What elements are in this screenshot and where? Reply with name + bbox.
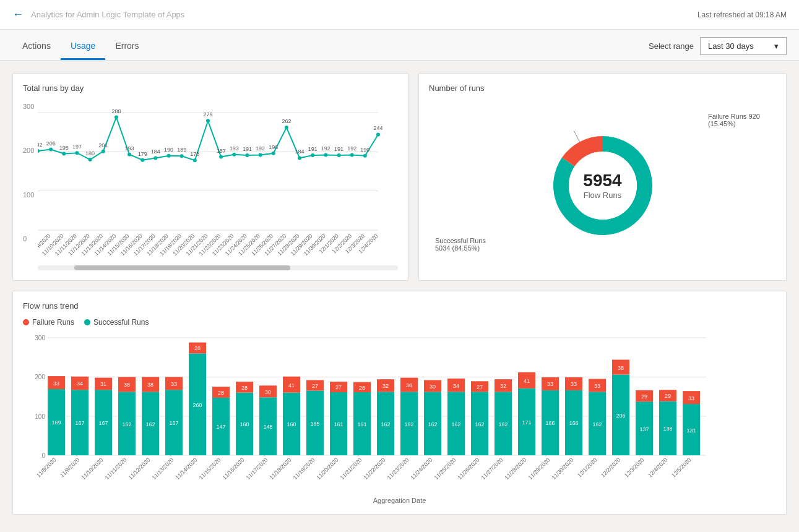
svg-text:206: 206 xyxy=(46,140,56,147)
svg-text:193: 193 xyxy=(125,145,134,152)
svg-point-30 xyxy=(206,119,210,122)
svg-text:38: 38 xyxy=(618,365,624,371)
svg-text:169: 169 xyxy=(51,419,61,426)
svg-text:179: 179 xyxy=(138,151,147,157)
donut-total-label: Flow Runs xyxy=(583,191,621,200)
svg-point-22 xyxy=(154,156,158,160)
svg-text:11/30/2020: 11/30/2020 xyxy=(550,457,574,481)
svg-text:0: 0 xyxy=(41,452,45,459)
svg-text:202: 202 xyxy=(38,142,43,148)
svg-point-32 xyxy=(220,155,223,159)
svg-text:166: 166 xyxy=(545,420,555,426)
svg-text:11/11/2020: 11/11/2020 xyxy=(103,457,127,481)
svg-text:11/18/2020: 11/18/2020 xyxy=(268,457,292,481)
svg-point-42 xyxy=(285,126,288,129)
svg-text:11/23/2020: 11/23/2020 xyxy=(386,457,410,481)
svg-text:201: 201 xyxy=(99,142,108,148)
svg-text:192: 192 xyxy=(256,145,265,152)
svg-text:162: 162 xyxy=(381,421,390,427)
svg-text:11/16/2020: 11/16/2020 xyxy=(221,457,245,481)
svg-text:26: 26 xyxy=(359,385,365,391)
svg-text:11/13/2020: 11/13/2020 xyxy=(150,457,175,481)
success-label: Successful Runs5034 (84.55%) xyxy=(435,237,486,252)
svg-text:12/1/2020: 12/1/2020 xyxy=(576,457,598,478)
y-label-200: 200 xyxy=(23,147,34,154)
svg-point-46 xyxy=(311,153,315,157)
svg-text:192: 192 xyxy=(321,145,330,152)
line-chart-scrollbar[interactable] xyxy=(38,265,398,270)
back-button[interactable]: ← xyxy=(12,8,24,21)
svg-text:34: 34 xyxy=(77,380,83,387)
failure-legend-label: Failure Runs xyxy=(32,318,74,327)
svg-point-44 xyxy=(298,156,301,160)
svg-point-4 xyxy=(38,149,40,153)
svg-point-8 xyxy=(63,152,66,156)
svg-point-12 xyxy=(89,158,92,161)
svg-text:11/15/2020: 11/15/2020 xyxy=(197,457,222,481)
svg-text:279: 279 xyxy=(204,111,213,118)
bar-legend: Failure Runs Successful Runs xyxy=(23,318,776,327)
svg-text:12/5/2020: 12/5/2020 xyxy=(670,457,692,478)
bar-chart-card: Flow runs trend Failure Runs Successful … xyxy=(12,291,787,515)
svg-point-56 xyxy=(376,132,380,136)
svg-point-20 xyxy=(141,158,145,162)
svg-point-6 xyxy=(50,148,53,152)
svg-text:197: 197 xyxy=(72,144,82,150)
failure-legend-item: Failure Runs xyxy=(23,318,74,327)
svg-point-16 xyxy=(114,116,118,119)
svg-text:27: 27 xyxy=(312,383,318,389)
range-dropdown[interactable]: Last 30 days ▾ xyxy=(700,37,787,55)
success-legend-label: Successful Runs xyxy=(93,318,149,327)
svg-point-36 xyxy=(246,153,249,157)
svg-text:41: 41 xyxy=(524,378,530,384)
svg-text:191: 191 xyxy=(308,146,317,152)
svg-text:27: 27 xyxy=(335,384,342,390)
donut-center: 5954 Flow Runs xyxy=(583,171,621,200)
svg-text:160: 160 xyxy=(240,421,249,427)
failure-legend-dot xyxy=(23,319,29,325)
svg-text:200: 200 xyxy=(35,374,45,380)
line-chart-title: Total runs by day xyxy=(23,84,398,93)
tabs: Actions Usage Errors xyxy=(12,33,149,60)
svg-text:162: 162 xyxy=(122,421,131,427)
svg-text:162: 162 xyxy=(592,421,602,427)
svg-point-18 xyxy=(127,153,131,157)
svg-text:28: 28 xyxy=(218,390,224,396)
svg-text:30: 30 xyxy=(265,389,271,395)
svg-text:192: 192 xyxy=(348,145,357,152)
svg-text:28: 28 xyxy=(241,385,248,391)
svg-text:162: 162 xyxy=(145,421,155,427)
svg-text:32: 32 xyxy=(382,383,389,389)
svg-text:191: 191 xyxy=(334,146,343,152)
app-title: Analytics for Admin Logic Template of Ap… xyxy=(31,10,184,19)
svg-text:167: 167 xyxy=(98,420,108,426)
svg-text:189: 189 xyxy=(178,147,187,153)
svg-text:33: 33 xyxy=(547,381,553,387)
tab-actions[interactable]: Actions xyxy=(12,33,61,60)
svg-text:162: 162 xyxy=(404,421,413,427)
svg-text:11/22/2020: 11/22/2020 xyxy=(362,457,386,481)
svg-text:38: 38 xyxy=(147,382,153,388)
svg-point-40 xyxy=(272,152,275,155)
x-axis-label: Aggregation Date xyxy=(23,497,776,504)
svg-text:11/26/2020: 11/26/2020 xyxy=(456,457,480,481)
tab-errors[interactable]: Errors xyxy=(105,33,149,60)
svg-text:29: 29 xyxy=(665,393,671,399)
svg-text:38: 38 xyxy=(124,382,130,388)
svg-text:262: 262 xyxy=(282,118,292,124)
svg-text:171: 171 xyxy=(522,419,531,426)
svg-text:29: 29 xyxy=(641,393,647,400)
tab-usage[interactable]: Usage xyxy=(61,33,105,60)
svg-text:190: 190 xyxy=(164,147,173,153)
svg-text:12/3/2020: 12/3/2020 xyxy=(623,457,645,478)
svg-text:11/27/2020: 11/27/2020 xyxy=(480,457,504,481)
svg-text:138: 138 xyxy=(663,426,672,432)
svg-text:187: 187 xyxy=(217,148,226,154)
success-legend-dot xyxy=(84,319,90,325)
y-label-0: 0 xyxy=(23,235,34,242)
svg-text:11/24/2020: 11/24/2020 xyxy=(409,457,433,481)
svg-text:191: 191 xyxy=(243,146,252,152)
svg-point-26 xyxy=(180,154,184,158)
main-content: Total runs by day 300 200 100 0 20220619… xyxy=(0,61,799,527)
svg-text:147: 147 xyxy=(216,424,225,430)
